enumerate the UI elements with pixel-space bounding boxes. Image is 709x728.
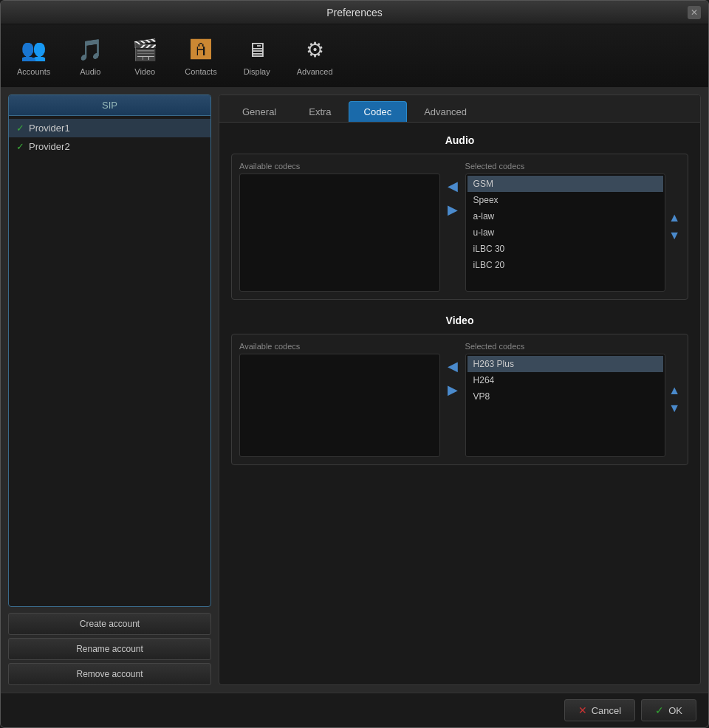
toolbar-video[interactable]: 🎬 Video bbox=[121, 30, 168, 80]
audio-selected-col: Selected codecs GSM Speex a-law u-law iL… bbox=[465, 162, 666, 292]
audio-transfer-arrows: ◀ ▶ bbox=[446, 162, 459, 219]
toolbar-advanced-label: Advanced bbox=[297, 67, 333, 76]
video-codec-main: Available codecs ◀ ▶ bbox=[239, 342, 665, 457]
video-move-up-button[interactable]: ▲ bbox=[668, 384, 680, 397]
video-move-down-button[interactable]: ▼ bbox=[668, 402, 680, 415]
toolbar-contacts-label: Contacts bbox=[185, 67, 216, 76]
toolbar-display[interactable]: 🖥 Display bbox=[233, 30, 281, 80]
cancel-button[interactable]: ✕ Cancel bbox=[564, 699, 635, 721]
video-selected-label: Selected codecs bbox=[465, 342, 666, 351]
audio-icon: 🎵 bbox=[75, 35, 105, 64]
audio-codec-row: Available codecs ◀ ▶ bbox=[239, 162, 665, 292]
video-section: Video Available codecs bbox=[231, 315, 688, 465]
contacts-icon: 🅰 bbox=[186, 35, 216, 64]
video-available-col: Available codecs bbox=[239, 342, 440, 457]
video-available-label: Available codecs bbox=[239, 342, 440, 351]
tab-advanced[interactable]: Advanced bbox=[408, 101, 482, 122]
video-selected-list[interactable]: H263 Plus H264 VP8 bbox=[465, 354, 666, 457]
video-transfer-arrows: ◀ ▶ bbox=[446, 342, 459, 399]
video-codec-box: Available codecs ◀ ▶ bbox=[231, 334, 688, 465]
audio-move-left-button[interactable]: ◀ bbox=[446, 176, 459, 196]
sidebar-action-buttons: Create account Rename account Remove acc… bbox=[8, 613, 211, 685]
ok-label: OK bbox=[668, 705, 682, 716]
tab-bar: General Extra Codec Advanced bbox=[219, 95, 700, 123]
provider2-label: Provider2 bbox=[29, 141, 70, 152]
audio-codec-alaw[interactable]: a-law bbox=[467, 208, 664, 224]
tab-general[interactable]: General bbox=[227, 101, 292, 122]
bottom-bar: ✕ Cancel ✓ OK bbox=[1, 693, 708, 727]
video-codec-wrapper: Available codecs ◀ ▶ bbox=[239, 342, 680, 457]
audio-move-down-button[interactable]: ▼ bbox=[668, 229, 680, 242]
check-icon-provider2: ✓ bbox=[16, 141, 24, 152]
toolbar-display-label: Display bbox=[244, 67, 270, 76]
sidebar-item-provider1[interactable]: ✓ Provider1 bbox=[9, 119, 210, 137]
audio-codec-wrapper: Available codecs ◀ ▶ bbox=[239, 162, 680, 292]
main-panel: General Extra Codec Advanced Audio bbox=[219, 95, 701, 685]
toolbar-audio[interactable]: 🎵 Audio bbox=[66, 30, 114, 80]
accounts-icon: 👥 bbox=[19, 35, 49, 64]
audio-section-title: Audio bbox=[231, 134, 688, 146]
content-area: SIP ✓ Provider1 ✓ Provider2 Create accou… bbox=[1, 87, 708, 693]
title-bar: Preferences ✕ bbox=[1, 1, 708, 24]
video-available-list[interactable] bbox=[239, 354, 440, 457]
audio-selected-list[interactable]: GSM Speex a-law u-law iLBC 30 iLBC 20 bbox=[465, 174, 666, 292]
toolbar-accounts-label: Accounts bbox=[17, 67, 50, 76]
sidebar-item-provider2[interactable]: ✓ Provider2 bbox=[9, 137, 210, 156]
toolbar-video-label: Video bbox=[134, 67, 155, 76]
audio-available-list[interactable] bbox=[239, 174, 440, 292]
video-codec-h264[interactable]: H264 bbox=[467, 372, 664, 388]
toolbar-audio-label: Audio bbox=[80, 67, 100, 76]
video-move-left-button[interactable]: ◀ bbox=[446, 357, 459, 376]
window-title: Preferences bbox=[326, 7, 382, 18]
cancel-label: Cancel bbox=[592, 705, 621, 716]
provider-list: ✓ Provider1 ✓ Provider2 bbox=[9, 116, 210, 159]
audio-move-up-button[interactable]: ▲ bbox=[668, 211, 680, 224]
audio-move-right-button[interactable]: ▶ bbox=[446, 200, 459, 219]
audio-section: Audio Available codecs bbox=[231, 134, 688, 300]
toolbar-accounts[interactable]: 👥 Accounts bbox=[8, 30, 59, 80]
ok-button[interactable]: ✓ OK bbox=[641, 699, 696, 721]
audio-codec-box: Available codecs ◀ ▶ bbox=[231, 154, 688, 300]
tab-codec[interactable]: Codec bbox=[349, 101, 408, 122]
rename-account-button[interactable]: Rename account bbox=[8, 638, 211, 660]
tab-extra[interactable]: Extra bbox=[293, 101, 346, 122]
preferences-window: Preferences ✕ 👥 Accounts 🎵 Audio 🎬 Video… bbox=[0, 0, 709, 728]
cancel-x-icon: ✕ bbox=[578, 704, 587, 716]
create-account-button[interactable]: Create account bbox=[8, 613, 211, 635]
audio-selected-label: Selected codecs bbox=[465, 162, 666, 171]
video-codec-row: Available codecs ◀ ▶ bbox=[239, 342, 665, 457]
audio-codec-main: Available codecs ◀ ▶ bbox=[239, 162, 665, 292]
ok-check-icon: ✓ bbox=[655, 704, 664, 716]
toolbar-advanced[interactable]: ⚙ Advanced bbox=[288, 30, 342, 80]
toolbar: 👥 Accounts 🎵 Audio 🎬 Video 🅰 Contacts 🖥 … bbox=[1, 24, 708, 87]
video-codec-h263plus[interactable]: H263 Plus bbox=[467, 356, 664, 372]
check-icon-provider1: ✓ bbox=[16, 123, 24, 134]
video-updown-arrows: ▲ ▼ bbox=[668, 342, 680, 457]
audio-codec-ilbc30[interactable]: iLBC 30 bbox=[467, 241, 664, 257]
toolbar-contacts[interactable]: 🅰 Contacts bbox=[176, 30, 225, 80]
video-icon: 🎬 bbox=[130, 35, 160, 64]
sip-panel: SIP ✓ Provider1 ✓ Provider2 bbox=[8, 95, 211, 607]
sip-header: SIP bbox=[9, 95, 210, 116]
sidebar: SIP ✓ Provider1 ✓ Provider2 Create accou… bbox=[8, 95, 211, 685]
advanced-icon: ⚙ bbox=[300, 35, 329, 64]
tab-content: Audio Available codecs bbox=[219, 123, 700, 684]
audio-updown-arrows: ▲ ▼ bbox=[668, 162, 680, 292]
audio-codec-speex[interactable]: Speex bbox=[467, 192, 664, 208]
video-move-right-button[interactable]: ▶ bbox=[446, 380, 459, 399]
display-icon: 🖥 bbox=[242, 35, 272, 64]
audio-codec-ulaw[interactable]: u-law bbox=[467, 224, 664, 241]
video-section-title: Video bbox=[231, 315, 688, 326]
video-selected-col: Selected codecs H263 Plus H264 VP8 bbox=[465, 342, 666, 457]
audio-available-col: Available codecs bbox=[239, 162, 440, 292]
audio-codec-gsm[interactable]: GSM bbox=[467, 176, 664, 192]
audio-available-label: Available codecs bbox=[239, 162, 440, 171]
provider1-label: Provider1 bbox=[29, 123, 70, 134]
video-codec-vp8[interactable]: VP8 bbox=[467, 388, 664, 405]
close-button[interactable]: ✕ bbox=[688, 6, 701, 19]
audio-codec-ilbc20[interactable]: iLBC 20 bbox=[467, 257, 664, 273]
remove-account-button[interactable]: Remove account bbox=[8, 663, 211, 685]
